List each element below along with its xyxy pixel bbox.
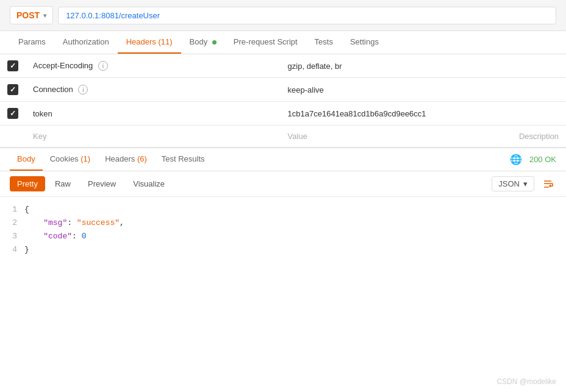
format-bar: Pretty Raw Preview Visualize JSON ▾ [0, 171, 566, 197]
url-bar: POST ▾ [0, 0, 566, 31]
checkbox-cell-3[interactable] [0, 102, 26, 126]
tab-prerequest[interactable]: Pre-request Script [225, 31, 306, 54]
tab-body[interactable]: Body [181, 31, 225, 54]
tab-headers[interactable]: Headers (11) [118, 31, 181, 54]
method-label: POST [16, 10, 40, 20]
checkbox-cell-1[interactable] [0, 54, 26, 78]
checkbox-cell-2[interactable] [0, 78, 26, 102]
desc-cell-token [512, 102, 566, 126]
header-row-token: token 1cb1a7ce1641ea81cd1b6a9cd9ee6cc1 [0, 102, 566, 126]
line-num-1: 1 [0, 203, 24, 216]
empty-value: Value [281, 126, 512, 148]
fmt-tab-visualize[interactable]: Visualize [126, 176, 172, 191]
key-cell-accept: Accept-Encoding i [26, 54, 281, 78]
json-line-4: 4 } [0, 243, 566, 257]
method-selector[interactable]: POST ▾ [10, 6, 53, 24]
checkbox-token[interactable] [7, 108, 18, 119]
json-line-3: 3 "code": 0 [0, 230, 566, 243]
fmt-tab-preview[interactable]: Preview [81, 176, 123, 191]
resp-tab-headers[interactable]: Headers (6) [98, 148, 154, 171]
line-num-3: 3 [0, 230, 24, 243]
method-chevron: ▾ [43, 12, 46, 19]
format-chevron: ▾ [523, 179, 528, 188]
header-row-accept: Accept-Encoding i gzip, deflate, br [0, 54, 566, 78]
checkbox-accept[interactable] [7, 60, 18, 71]
format-type: JSON [498, 179, 520, 188]
line-num-4: 4 [0, 243, 24, 257]
url-input[interactable] [58, 7, 556, 24]
status-area: 🌐 200 OK [510, 154, 556, 165]
tab-params[interactable]: Params [10, 31, 54, 54]
info-icon-connection: i [78, 85, 88, 94]
value-cell-connection: keep-alive [281, 78, 512, 102]
empty-desc: Description [512, 126, 566, 148]
response-tabs-bar: Body Cookies (1) Headers (6) Test Result… [0, 148, 566, 171]
desc-cell-connection [512, 78, 566, 102]
header-row-connection: Connection i keep-alive [0, 78, 566, 102]
headers-table: Accept-Encoding i gzip, deflate, br Conn… [0, 54, 566, 148]
globe-icon: 🌐 [510, 154, 522, 165]
line-num-2: 2 [0, 216, 24, 230]
status-badge: 200 OK [529, 155, 556, 164]
value-cell-token: 1cb1a7ce1641ea81cd1b6a9cd9ee6cc1 [281, 102, 512, 126]
json-line-2: 2 "msg": "success", [0, 216, 566, 230]
tab-settings[interactable]: Settings [342, 31, 387, 54]
resp-tab-cookies[interactable]: Cookies (1) [43, 148, 98, 171]
json-line-1: 1 { [0, 203, 566, 216]
checkbox-connection[interactable] [7, 84, 18, 95]
fmt-tab-raw[interactable]: Raw [48, 176, 78, 191]
key-cell-token: token [26, 102, 281, 126]
key-cell-connection: Connection i [26, 78, 281, 102]
body-dot [212, 40, 217, 45]
value-cell-accept: gzip, deflate, br [281, 54, 512, 78]
empty-key: Key [26, 126, 281, 148]
request-tabs: Params Authorization Headers (11) Body P… [0, 31, 566, 54]
resp-tab-body[interactable]: Body [10, 148, 43, 171]
header-empty-row: Key Value Description [0, 126, 566, 148]
wrap-icon[interactable] [542, 177, 556, 191]
desc-cell-accept [512, 54, 566, 78]
format-selector[interactable]: JSON ▾ [492, 176, 534, 191]
json-body: 1 { 2 "msg": "success", 3 "code": 0 4 } [0, 197, 566, 263]
watermark: CSDN @modelike [496, 377, 556, 386]
tab-tests[interactable]: Tests [306, 31, 342, 54]
tab-authorization[interactable]: Authorization [54, 31, 118, 54]
info-icon-accept: i [98, 61, 108, 71]
fmt-tab-pretty[interactable]: Pretty [10, 176, 45, 191]
resp-tab-testresults[interactable]: Test Results [154, 148, 212, 171]
